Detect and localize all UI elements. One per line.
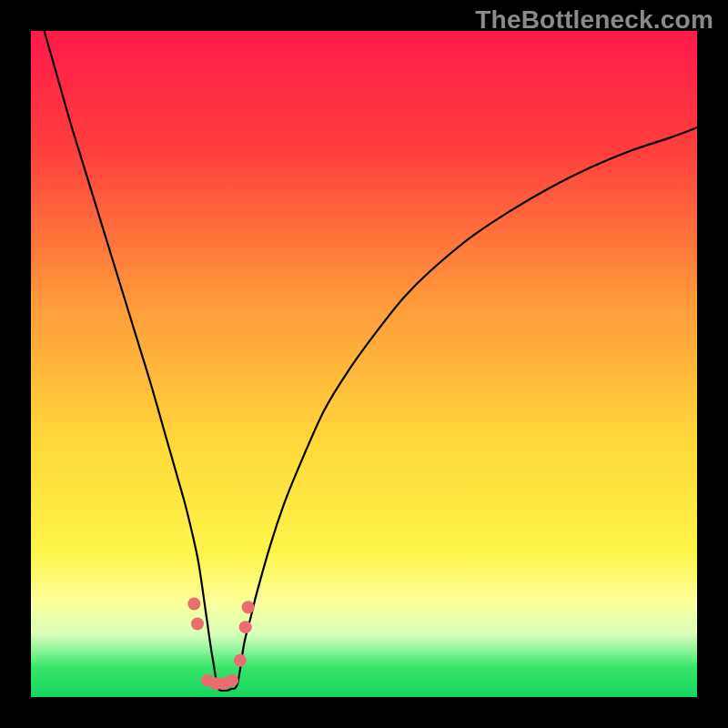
watermark-text: TheBottleneck.com [475,5,713,35]
plot-area [31,31,697,697]
chart-frame: TheBottleneck.com [0,0,728,728]
curve-marker [187,598,200,611]
chart-svg [31,31,697,697]
gradient-background [31,31,697,697]
curve-marker [242,601,255,613]
curve-marker [191,617,204,630]
curve-marker [234,654,247,667]
curve-marker [226,674,238,687]
curve-marker [239,621,252,633]
